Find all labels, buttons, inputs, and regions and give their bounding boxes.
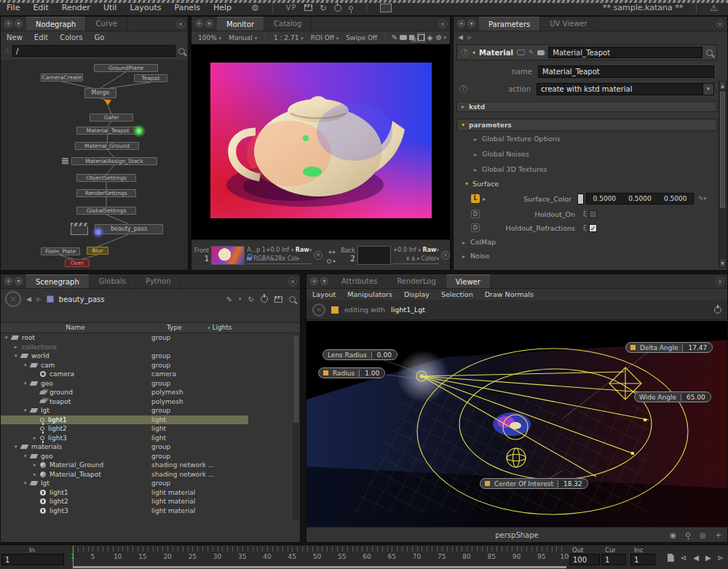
noise-group[interactable]: Noise [462, 252, 717, 260]
frame-tick-90[interactable]: 90 [513, 553, 521, 560]
colmap-group[interactable]: ColMap [462, 238, 717, 246]
frame-tick-85[interactable]: 85 [488, 553, 496, 560]
holdout-checkbox[interactable] [589, 210, 597, 218]
node-beauty_pass[interactable]: beauty_pass [95, 224, 163, 234]
manipulator-value[interactable]: 65.00 [681, 394, 711, 401]
manipulator-value[interactable]: 0.00 [371, 351, 397, 359]
clear-edit-icon[interactable]: × [312, 303, 325, 317]
playhead[interactable] [73, 546, 74, 566]
frame-tick-40[interactable]: 40 [263, 553, 271, 560]
tab-renderlog[interactable]: RenderLog [387, 274, 446, 288]
tab-parameters[interactable]: Parameters [479, 17, 540, 31]
manipulator-label-center-of-interest[interactable]: Center Of Interest18.32 [480, 478, 588, 489]
curve-toggle-icon[interactable]: ξ [583, 210, 587, 218]
comment-icon[interactable] [400, 33, 407, 42]
mi-edit[interactable]: Edit [26, 3, 55, 12]
pane-menu-icon[interactable]: ▾ [15, 277, 23, 285]
expander-icon[interactable] [33, 471, 40, 477]
tab-python[interactable]: Python [136, 274, 181, 288]
render-slate-icon[interactable] [274, 296, 282, 303]
tab-viewer[interactable]: Viewer [446, 274, 491, 288]
pen-icon[interactable]: ✎ [698, 195, 704, 202]
scenegraph-row-ground[interactable]: groundpolymesh [1, 388, 300, 397]
manipulator-label-wide-angle[interactable]: Wide Angle65.00 [634, 391, 711, 402]
scenegraph-row-lgt[interactable]: lgtgroup [1, 406, 300, 415]
pgroup-item-global-texture-options[interactable]: Global Texture Options [456, 131, 717, 146]
node-globalsettings[interactable]: GlobalSettings [76, 207, 136, 215]
pane-add-icon[interactable]: + [4, 277, 12, 285]
pane-add-icon[interactable]: + [310, 277, 318, 285]
flipbook-icon[interactable] [668, 554, 674, 562]
tag-icon[interactable] [517, 49, 525, 55]
frame-ruler[interactable]: 1510152025303540455055606570758085909510… [73, 546, 566, 566]
inc-field[interactable]: 1 [630, 554, 655, 565]
pane-add-icon[interactable]: + [4, 20, 12, 28]
node-search-input[interactable] [12, 45, 175, 57]
scrollbar[interactable] [293, 334, 299, 520]
scenegraph-row-geo[interactable]: geogroup [1, 452, 300, 461]
gear-icon[interactable]: ⚙ [251, 3, 259, 13]
tab-uv-viewer[interactable]: UV Viewer [540, 17, 597, 31]
tab-nodegraph[interactable]: Nodegraph [26, 17, 86, 31]
nav-back-icon[interactable]: ◀ [458, 33, 463, 41]
power-icon[interactable] [714, 306, 721, 314]
tab-scenegraph[interactable]: Scenegraph [26, 274, 90, 288]
manipulator-label-radius[interactable]: Radius1.00 [318, 367, 385, 378]
power-icon[interactable] [261, 295, 268, 303]
timeline-scrollbar[interactable] [73, 566, 566, 568]
channels-icon[interactable]: ◈ [427, 33, 434, 42]
swap-arrows-icon[interactable]: ↔ [328, 247, 336, 257]
material-node-header[interactable]: ? ▾ Material ✎ Material_Teapot [456, 44, 717, 60]
node-merge[interactable]: Merge [84, 88, 116, 98]
frame-tick-15[interactable]: 15 [138, 553, 146, 560]
expander-icon[interactable] [15, 344, 21, 350]
vm-layout[interactable]: Layout [306, 290, 341, 298]
scenegraph-row-collections[interactable]: collections [1, 343, 300, 352]
scenegraph-row-root[interactable]: rootgroup [1, 333, 300, 343]
scrollbar-thumb[interactable] [720, 92, 725, 208]
frame-tick-75[interactable]: 75 [438, 553, 446, 560]
pen-icon[interactable]: ✎ [226, 295, 232, 303]
zoom-select[interactable]: 100% ▾ [195, 34, 224, 41]
name-input[interactable]: Material_Teapot [538, 65, 714, 78]
scenegraph-row-material_ground[interactable]: Material_Groundshading network ... [1, 461, 300, 470]
cur-field[interactable]: 1 [601, 554, 626, 565]
node-over[interactable]: Over [65, 259, 90, 267]
scenegraph-row-cam[interactable]: camgroup [1, 361, 300, 370]
close-icon[interactable]: × [176, 20, 185, 28]
manipulator-label-delta-angle[interactable]: Delta Angle17.47 [625, 342, 713, 353]
light-icon[interactable] [686, 533, 690, 537]
nav-forward-icon[interactable]: ▶ [36, 295, 41, 303]
probe-icon[interactable] [349, 6, 353, 10]
scenegraph-row-light2[interactable]: light2light [1, 424, 300, 434]
mi-file[interactable]: File [0, 3, 26, 12]
curve-toggle-icon[interactable]: ξ [583, 224, 587, 231]
tab-attributes[interactable]: Attributes [332, 274, 387, 288]
search-icon[interactable] [178, 48, 185, 55]
front-slot[interactable]: Front1 A...p 1+0.0 Inf ▾ Raw▾ RGBA&28x C… [194, 246, 323, 265]
tab-monitor[interactable]: Monitor [217, 17, 264, 31]
key-next-icon[interactable]: ⊳ [718, 554, 724, 562]
mi-panels[interactable]: Panels [168, 3, 207, 12]
front-thumbnail[interactable] [211, 246, 245, 265]
scenegraph-row-lgt[interactable]: lgtgroup [1, 479, 300, 488]
scenegraph-row-light3[interactable]: light3light [1, 434, 300, 443]
scenegraph-row-geo[interactable]: geogroup [1, 379, 300, 389]
chevron-down-icon[interactable]: ▾ [704, 196, 707, 202]
frame-tick-70[interactable]: 70 [413, 553, 421, 560]
scenegraph-row-light2[interactable]: light2light material [1, 497, 300, 506]
ngm-edit[interactable]: Edit [28, 33, 54, 41]
pane-add-icon[interactable]: + [457, 20, 465, 28]
scenegraph-row-light1[interactable]: light1light [1, 415, 248, 425]
back-slot[interactable]: Back2 +0.0 Inf ▾ Raw▾ x a ▾ Color▾ × [341, 246, 450, 265]
link-icon[interactable] [327, 259, 331, 263]
ngm-new[interactable]: New [1, 33, 28, 41]
nodegraph-canvas[interactable]: GroundPlaneCameraCreateTeapotMergeGaferM… [1, 60, 188, 270]
scenegraph-row-material_teapot[interactable]: Material_Teapotshading network ... [1, 470, 300, 480]
frame-tick-80[interactable]: 80 [462, 553, 470, 560]
frame-tick-5[interactable]: 5 [91, 553, 95, 560]
tab-catalog[interactable]: Catalog [264, 17, 312, 31]
vm-selection[interactable]: Selection [435, 290, 479, 298]
in-field[interactable]: 1 [1, 554, 64, 565]
mi-render[interactable]: Render [55, 3, 97, 12]
